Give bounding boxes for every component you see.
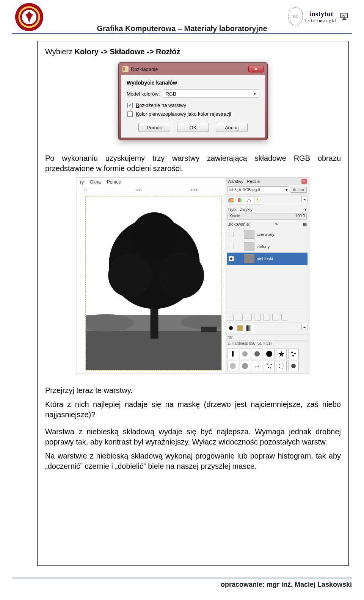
canvas-area[interactable] (85, 196, 222, 371)
anchor-layer-icon[interactable] (272, 314, 279, 320)
color-model-row: Model kolorów: RGB ▼ (127, 90, 259, 98)
svg-point-41 (291, 364, 296, 368)
layer-group-icon[interactable] (236, 314, 243, 320)
decompose-to-layers-checkbox[interactable]: ✓ Rozłożenie na warstwy (127, 102, 259, 108)
svg-point-37 (282, 363, 282, 364)
eye-icon (229, 256, 234, 261)
svg-point-36 (279, 364, 280, 365)
svg-point-31 (242, 363, 248, 369)
svg-rect-17 (240, 198, 242, 202)
menu-item[interactable]: Pomoc (107, 179, 121, 185)
brush-item[interactable] (252, 349, 262, 359)
delete-layer-icon[interactable] (281, 314, 288, 320)
close-icon[interactable]: × (301, 179, 307, 184)
svg-point-25 (266, 351, 272, 357)
color-model-value: RGB (165, 91, 176, 97)
svg-point-18 (230, 258, 232, 260)
help-button[interactable]: Pomoc (138, 123, 170, 132)
institute-logo: 0101 instytut informatyki (288, 3, 349, 30)
svg-point-38 (283, 366, 284, 366)
auto-button[interactable]: Autom. (291, 187, 307, 193)
page-footer: opracowanie: mgr inż. Maciej Laskowski (12, 578, 352, 589)
paths-tab-icon[interactable] (245, 196, 253, 204)
new-layer-icon[interactable] (227, 314, 234, 320)
mode-select[interactable]: Zwykły (237, 207, 304, 212)
ok-button[interactable]: OK (177, 123, 209, 132)
paragraph-4: Która z nich najlepiej nadaje się na mas… (45, 399, 341, 420)
opacity-slider[interactable]: Krycie 100.0 (228, 214, 307, 220)
dialog-screenshot: Rozkładanie ✕ Wydobycie kanałów Model ko… (45, 62, 341, 140)
duplicate-layer-icon[interactable] (263, 314, 270, 320)
brush-item[interactable] (264, 349, 275, 359)
color-model-select[interactable]: RGB ▼ (163, 90, 259, 98)
chevron-down-icon: ▼ (253, 92, 257, 96)
brush-name: 2. Hardness 050 (51 × 51) (225, 340, 309, 346)
brush-item[interactable] (240, 349, 250, 359)
dock-title: Warstwy - Pędzle × (225, 178, 309, 185)
menu-path-bold: Kolory -> Składowe -> Rozłóż (75, 47, 180, 56)
gimp-screenshot: ry Okna Pomoc 0 500 1000 (45, 177, 341, 374)
gradient-tab-icon[interactable] (245, 324, 253, 332)
pattern-tab-icon[interactable] (236, 324, 244, 332)
svg-marker-26 (278, 351, 284, 357)
svg-rect-13 (201, 327, 217, 333)
svg-point-30 (230, 363, 236, 369)
content-cell: Wybierz Kolory -> Składowe -> Rozłóż Roz… (37, 41, 349, 566)
brush-item[interactable] (252, 361, 262, 371)
svg-point-29 (292, 355, 294, 357)
layers-list: czerwony zielony niebieski (225, 228, 309, 265)
menu-item[interactable]: ry (80, 179, 84, 185)
checkbox-unchecked-icon (127, 112, 133, 117)
institute-sub: informatyki (305, 18, 337, 23)
brush-filter-input[interactable]: filtr (225, 334, 309, 340)
paragraph-3: Przejrzyj teraz te warstwy. (45, 385, 341, 396)
decompose-dialog: Rozkładanie ✕ Wydobycie kanałów Model ko… (118, 62, 268, 140)
visibility-toggle[interactable] (229, 232, 234, 237)
text: Wybierz (45, 47, 75, 56)
layer-row-selected[interactable]: niebieski (227, 253, 308, 265)
brush-item[interactable] (264, 361, 275, 371)
cancel-button[interactable]: Anuluj (216, 123, 248, 132)
svg-point-32 (267, 364, 268, 365)
visibility-toggle[interactable] (229, 244, 234, 249)
lock-alpha-icon[interactable]: ▦ (303, 222, 307, 227)
visibility-toggle[interactable] (229, 256, 234, 261)
undo-tab-icon[interactable] (254, 196, 262, 204)
brush-item[interactable] (228, 361, 238, 371)
page-header: Grafika Komputerowa – Materiały laborato… (0, 0, 364, 34)
brush-item[interactable] (276, 349, 287, 359)
layer-row[interactable]: czerwony (227, 228, 308, 240)
lock-paint-icon[interactable]: ✎ (275, 222, 278, 227)
menu-arrow-icon[interactable]: ◂ (301, 196, 308, 202)
channels-tab-icon[interactable] (236, 196, 244, 204)
lower-layer-icon[interactable] (254, 314, 261, 320)
gimp-image-window: ry Okna Pomoc 0 500 1000 (77, 178, 225, 374)
brushes-dock: ◂ filtr 2. Hardness 050 (51 × 51) (225, 322, 309, 374)
layer-row[interactable]: zielony (227, 240, 308, 253)
menu-arrow-icon[interactable]: ◂ (301, 324, 308, 330)
close-icon[interactable]: ✕ (248, 66, 264, 72)
brush-item[interactable] (240, 361, 250, 371)
brush-item[interactable] (288, 361, 299, 371)
ruler-horizontal: 0 500 1000 (77, 186, 225, 192)
paragraph-5: Warstwa z niebieską składową wydaje się … (45, 427, 341, 447)
binary-ring-icon: 0101 (288, 7, 303, 25)
brush-item[interactable] (228, 349, 238, 359)
fg-as-registration-checkbox[interactable]: Kolor pierwszoplanowy jako kolor rejestr… (127, 111, 259, 117)
image-select[interactable]: lab3_A-RGB.jpg-3▾ (228, 186, 289, 193)
tree-grayscale-image (86, 196, 221, 370)
brush-grid (225, 346, 309, 374)
menu-item[interactable]: Okna (90, 179, 101, 185)
layers-tab-icon[interactable] (227, 196, 235, 204)
svg-point-28 (294, 353, 296, 354)
brush-tab-icon[interactable] (227, 324, 235, 332)
paragraph-6: Na warstwie z niebieską składową wykonaj… (45, 451, 341, 471)
lock-row: Blokowanie: ✎ ▦ (225, 221, 309, 228)
svg-rect-15 (229, 198, 234, 201)
brush-item[interactable] (288, 349, 299, 359)
gimp-app-icon (122, 66, 129, 72)
brush-item[interactable] (276, 361, 287, 371)
raise-layer-icon[interactable] (245, 314, 252, 320)
checkbox-checked-icon: ✓ (127, 103, 133, 108)
svg-point-34 (268, 367, 269, 368)
